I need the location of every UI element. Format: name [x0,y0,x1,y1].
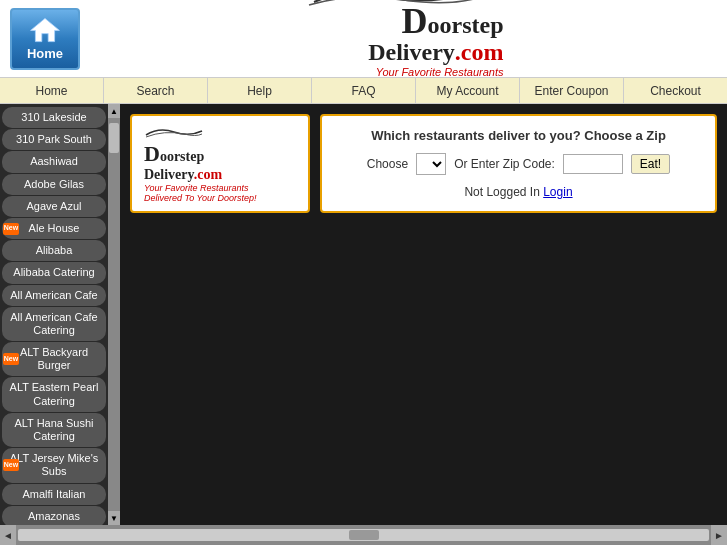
sidebar-item[interactable]: ALT Hana Sushi Catering [2,413,106,447]
nav-search[interactable]: Search [104,78,208,103]
choose-label: Choose [367,157,408,171]
svg-marker-0 [31,18,60,41]
small-tagline2: Delivered To Your Doorstep! [144,193,257,203]
nav-faq[interactable]: FAQ [312,78,416,103]
zip-input[interactable] [563,154,623,174]
sidebar-item[interactable]: 310 Lakeside [2,107,106,128]
scroll-track[interactable] [18,529,709,541]
sidebar-item[interactable]: NewALT Jersey Mike's Subs [2,448,106,482]
sidebar-item[interactable]: Alibaba [2,240,106,261]
sidebar-item[interactable]: ALT Eastern Pearl Catering [2,377,106,411]
logo-line2: Delivery .com [368,39,503,66]
scroll-thumb[interactable] [349,530,379,540]
sidebar-scroll-down[interactable]: ▼ [108,511,120,525]
logo-area: D oorstep Delivery .com Your Favorite Re… [90,0,717,90]
sidebar-item[interactable]: Amazonas [2,506,106,525]
home-button[interactable]: Home [10,8,80,70]
sidebar-item[interactable]: Amalfi Italian [2,484,106,505]
scroll-left-button[interactable]: ◄ [0,525,16,545]
sidebar-item[interactable]: 310 Park South [2,129,106,150]
or-label: Or Enter Zip Code: [454,157,555,171]
sidebar-item[interactable]: Agave Azul [2,196,106,217]
logo-tagline1: Your Favorite Restaurants [366,66,504,78]
home-icon [29,16,61,44]
nav-account[interactable]: My Account [416,78,520,103]
nav-help[interactable]: Help [208,78,312,103]
home-label: Home [27,46,63,61]
small-logo-swirl [144,124,204,139]
logo-delivery: Delivery [368,39,455,66]
sidebar-scroll-thumb[interactable] [109,123,119,153]
bottom-bar: ◄ ► [0,525,727,545]
scroll-right-button[interactable]: ► [711,525,727,545]
sidebar-scrollbar[interactable]: ▲ ▼ [108,104,120,525]
small-logo: Doorstep Delivery.com Your Favorite Rest… [144,124,257,203]
small-tagline1: Your Favorite Restaurants [144,183,257,193]
logo-dotcom: .com [455,39,504,66]
sidebar-scroll-up[interactable]: ▲ [108,104,120,118]
sidebar-item[interactable]: Aashiwad [2,151,106,172]
sidebar-item[interactable]: Adobe Gilas [2,174,106,195]
login-row: Not Logged In Login [338,185,699,199]
sidebar: 310 Lakeside310 Park SouthAashiwadAdobe … [0,104,120,525]
navbar: Home Search Help FAQ My Account Enter Co… [0,78,727,104]
sidebar-item[interactable]: Alibaba Catering [2,262,106,283]
nav-checkout[interactable]: Checkout [624,78,727,103]
zip-title: Which restaurants deliver to you? Choose… [338,128,699,143]
logo: D oorstep Delivery .com Your Favorite Re… [304,0,504,90]
content-top: Doorstep Delivery.com Your Favorite Rest… [130,114,717,213]
logo-d-letter: D [402,3,428,39]
sidebar-item[interactable]: NewALT Backyard Burger [2,342,106,376]
sidebar-item[interactable]: All American Cafe Catering [2,307,106,341]
eat-button[interactable]: Eat! [631,154,670,174]
zip-chooser: Which restaurants deliver to you? Choose… [320,114,717,213]
sidebar-item[interactable]: All American Cafe [2,285,106,306]
not-logged-text: Not Logged In [464,185,539,199]
zip-row: Choose Or Enter Zip Code: Eat! [338,153,699,175]
nav-coupon[interactable]: Enter Coupon [520,78,624,103]
content-area: Doorstep Delivery.com Your Favorite Rest… [120,104,727,525]
sidebar-items: 310 Lakeside310 Park SouthAashiwadAdobe … [0,104,108,525]
logo-title: D oorstep [402,3,504,39]
logo-oorstep: oorstep [428,12,504,39]
header: Home D oorstep Delivery .com Your Favori… [0,0,727,78]
content-banner: Doorstep Delivery.com Your Favorite Rest… [130,114,310,213]
small-logo-text: Doorstep Delivery.com [144,141,257,183]
sidebar-item[interactable]: NewAle House [2,218,106,239]
sidebar-scroll-track[interactable] [108,118,120,511]
main-layout: 310 Lakeside310 Park SouthAashiwadAdobe … [0,104,727,525]
nav-home[interactable]: Home [0,78,104,103]
zip-dropdown[interactable] [416,153,446,175]
login-link[interactable]: Login [543,185,572,199]
